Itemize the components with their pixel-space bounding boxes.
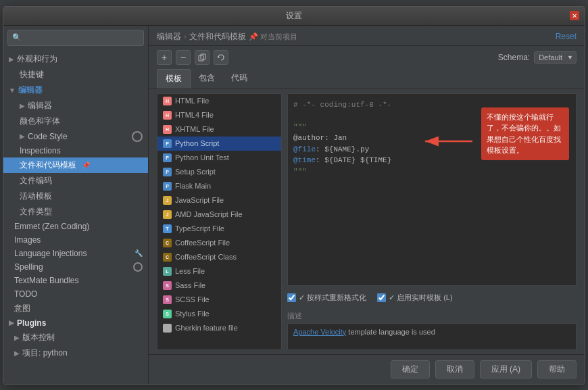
sidebar-label: Spelling	[14, 262, 43, 272]
file-item-label: Less File	[175, 267, 205, 275]
file-item-stylus[interactable]: S Stylus File	[157, 307, 281, 321]
add-button[interactable]: +	[157, 50, 172, 65]
code-panel: # -*- coding:utf-8 -*- """ @author: Jan …	[287, 93, 577, 350]
sidebar-item-project[interactable]: ▶ 项目: python	[3, 345, 148, 361]
expand-arrow: ▶	[9, 55, 14, 63]
js-file-icon: J	[163, 196, 172, 205]
sidebar-item-editor[interactable]: ▶ 编辑器	[3, 98, 148, 114]
tab-includes[interactable]: 包含	[191, 69, 223, 89]
window-controls: ✕	[570, 11, 579, 20]
sidebar-item-vcs[interactable]: ▶ 版本控制	[3, 330, 148, 345]
file-item-less[interactable]: L Less File	[157, 264, 281, 278]
copy-button[interactable]	[195, 50, 210, 65]
code-editor[interactable]: # -*- coding:utf-8 -*- """ @author: Jan …	[287, 93, 577, 286]
expand-arrow: ▼	[9, 87, 16, 94]
sidebar-item-inspections[interactable]: Inspections	[3, 144, 148, 157]
file-item-gherkin[interactable]: Gherkin feature file	[157, 321, 281, 335]
sidebar-label: 颜色和字体	[20, 116, 60, 127]
remove-button[interactable]: −	[176, 50, 191, 65]
breadcrumb-sep1: ›	[184, 32, 187, 41]
schema-value: Default	[539, 53, 562, 62]
file-item-label: SCSS File	[175, 295, 210, 303]
sidebar-item-plugins[interactable]: ▶ Plugins	[3, 316, 148, 330]
desc-link[interactable]: Apache Velocity	[293, 328, 346, 336]
callout-arrow-svg	[422, 131, 476, 151]
sidebar-item-codestyle[interactable]: ▶ Code Style	[3, 129, 148, 144]
reset-button[interactable]: Reset	[556, 32, 577, 41]
sidebar-item-editor-section[interactable]: ▼ 编辑器	[3, 82, 148, 98]
sass-file-icon: S	[163, 281, 172, 290]
desc-box: Apache Velocity template language is use…	[287, 323, 577, 350]
file-item-coffee-class[interactable]: C CoffeeScript Class	[157, 250, 281, 264]
search-box[interactable]: 🔍	[7, 30, 144, 46]
sidebar-label: 快捷键	[20, 69, 44, 80]
reformat-checkbox[interactable]: ✓ 按样式重新格式化	[287, 293, 366, 303]
sidebar-label: TextMate Bundles	[14, 276, 78, 285]
sidebar-item-todo[interactable]: TODO	[3, 287, 148, 301]
revert-button[interactable]	[214, 50, 228, 65]
sidebar-item-intentions[interactable]: 意图	[3, 301, 148, 316]
ts-file-icon: T	[163, 224, 172, 233]
sidebar-item-lang-injections[interactable]: Language Injections 🔧	[3, 247, 148, 260]
callout-text: 不懂的按这个输就行了，不会骗你的。。如果想自己个性化百度找模板设置。	[487, 113, 561, 155]
schema-dropdown[interactable]: Default ▼	[534, 51, 577, 64]
file-item-sass[interactable]: S Sass File	[157, 278, 281, 293]
sidebar-tree: ▶ 外观和行为 快捷键 ▼ 编辑器 ▶ 编辑器 颜色和字体	[3, 50, 148, 384]
search-icon: 🔍	[12, 33, 22, 42]
file-item-html4[interactable]: H HTML4 File	[157, 108, 281, 122]
sidebar-item-images[interactable]: Images	[3, 233, 148, 247]
search-input[interactable]	[24, 34, 139, 42]
file-item-flask-main[interactable]: P Flask Main	[157, 179, 281, 193]
sidebar-item-file-templates[interactable]: 文件和代码模板 📌	[3, 157, 148, 173]
cancel-button[interactable]: 取消	[435, 360, 474, 379]
apply-button[interactable]: 应用 (A)	[480, 360, 532, 379]
sidebar-item-emmet[interactable]: Emmet (Zen Coding)	[3, 220, 148, 233]
sidebar-label: 文件和代码模板	[20, 160, 76, 171]
sidebar-item-shortcuts[interactable]: 快捷键	[3, 67, 148, 82]
settings-window: 设置 ✕ 🔍 ▶ 外观和行为 快捷键 ▼	[3, 6, 585, 385]
file-item-label: Stylus File	[175, 310, 210, 318]
xhtml-file-icon: H	[163, 125, 172, 134]
file-item-js[interactable]: J JavaScript File	[157, 193, 281, 208]
realtime-label: ✓ 启用实时模板 (L)	[389, 293, 453, 303]
tab-templates[interactable]: 模板	[157, 69, 191, 89]
file-item-python-script[interactable]: P Python Script	[157, 137, 281, 151]
sidebar-item-spelling[interactable]: Spelling	[3, 260, 148, 274]
schema-label: Schema:	[498, 53, 530, 62]
desc-label: 描述	[287, 311, 577, 321]
help-button[interactable]: 帮助	[537, 360, 577, 379]
ok-button[interactable]: 确定	[391, 360, 430, 379]
file-item-xhtml[interactable]: H XHTML File	[157, 122, 281, 137]
close-button[interactable]: ✕	[570, 11, 579, 20]
file-item-scss[interactable]: S SCSS File	[157, 293, 281, 307]
file-item-setup-script[interactable]: P Setup Script	[157, 165, 281, 179]
options-row: ✓ 按样式重新格式化 ✓ 启用实时模板 (L)	[287, 290, 577, 306]
html-file-icon: H	[163, 97, 172, 105]
callout-box: 不懂的按这个输就行了，不会骗你的。。如果想自己个性化百度找模板设置。	[481, 107, 569, 160]
realtime-checkbox[interactable]: ✓ 启用实时模板 (L)	[377, 293, 453, 303]
sidebar-label: Emmet (Zen Coding)	[14, 222, 89, 231]
reformat-check[interactable]	[287, 293, 296, 302]
sidebar-item-appearance[interactable]: ▶ 外观和行为	[3, 51, 148, 67]
tab-code[interactable]: 代码	[223, 69, 255, 89]
sidebar-label: Images	[14, 235, 41, 245]
file-item-html[interactable]: H HTML File	[157, 94, 281, 108]
expand-arrow: ▶	[14, 334, 20, 341]
sidebar-item-textmate[interactable]: TextMate Bundles	[3, 274, 148, 287]
chevron-down-icon: ▼	[567, 54, 573, 61]
file-item-label: HTML File	[175, 97, 209, 105]
setup-file-icon: P	[163, 168, 172, 176]
file-item-ts[interactable]: T TypeScript File	[157, 222, 281, 236]
sidebar-item-file-encoding[interactable]: 文件编码	[3, 173, 148, 189]
content-area: 🔍 ▶ 外观和行为 快捷键 ▼ 编辑器 ▶ 编	[3, 26, 585, 384]
sidebar-item-live-templates[interactable]: 活动模板	[3, 189, 148, 204]
sidebar-item-file-types[interactable]: 文件类型	[3, 204, 148, 220]
realtime-check[interactable]	[377, 293, 386, 302]
html4-file-icon: H	[163, 111, 172, 120]
sidebar-item-colors[interactable]: 颜色和字体	[3, 114, 148, 129]
breadcrumb: 编辑器 › 文件和代码模板 📌 对当前项目	[157, 31, 297, 43]
file-item-python-unit-test[interactable]: P Python Unit Test	[157, 151, 281, 165]
file-list: H HTML File H HTML4 File H XHTML File P …	[157, 93, 282, 350]
file-item-amd-js[interactable]: J AMD JavaScript File	[157, 208, 281, 222]
file-item-coffee[interactable]: C CoffeeScript File	[157, 236, 281, 250]
